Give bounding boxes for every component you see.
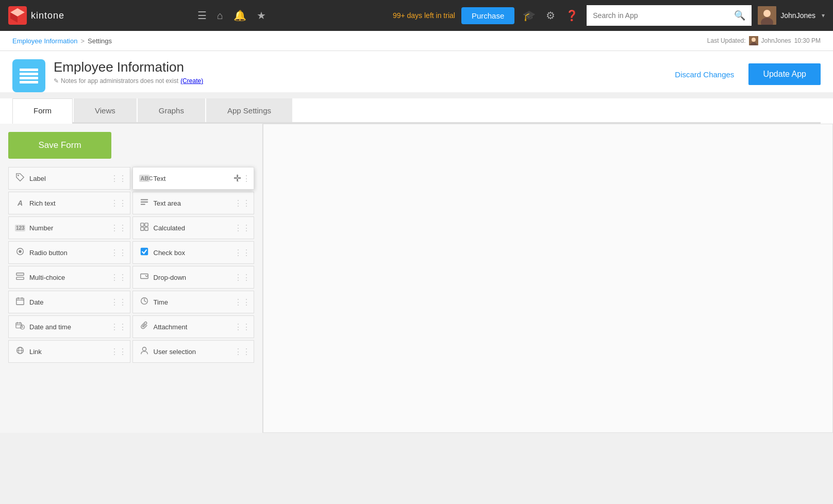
svg-rect-29 (16, 298, 24, 305)
last-updated-user: JohnJones (761, 37, 791, 44)
bell-button[interactable]: 🔔 (229, 5, 251, 26)
learning-button[interactable]: 🎓 (519, 5, 540, 26)
rich-text-icon: A (15, 199, 25, 207)
drag-handle-drop-down: ⋮⋮ (234, 273, 251, 282)
last-updated-avatar (749, 36, 758, 45)
last-updated: Last Updated: JohnJones 10:30 PM (707, 36, 821, 45)
field-label-label: Label (29, 175, 46, 182)
help-button[interactable]: ❓ (561, 5, 582, 26)
update-app-button[interactable]: Update App (748, 63, 821, 85)
svg-rect-12 (20, 73, 38, 75)
field-item-user-selection[interactable]: User selection ⋮⋮ (132, 340, 255, 363)
field-item-date-time[interactable]: Date and time ⋮⋮ (8, 315, 130, 338)
field-rich-text-label: Rich text (29, 199, 56, 207)
trial-text: 99+ days left in trial (393, 11, 455, 20)
field-link-label: Link (29, 348, 42, 356)
logo-area: kintone (8, 6, 64, 25)
search-bar: 🔍 (587, 5, 752, 26)
field-item-rich-text[interactable]: A Rich text ⋮⋮ (8, 192, 130, 214)
svg-point-6 (763, 10, 771, 17)
breadcrumb-current: Settings (88, 37, 112, 45)
paperclip-icon (139, 321, 149, 332)
star-button[interactable]: ★ (253, 5, 270, 26)
search-input[interactable] (593, 11, 734, 20)
field-grid: Label ⋮⋮ ABC Text ✛ ⋮⋮ A Rich text ⋮⋮ (8, 167, 254, 363)
kintone-logo-icon (8, 6, 27, 25)
field-time-label: Time (154, 298, 168, 306)
nav-icon-group: ☰ ⌂ 🔔 ★ (77, 5, 387, 26)
last-updated-label: Last Updated: (707, 37, 746, 44)
drag-handle-rich-text: ⋮⋮ (110, 198, 127, 208)
field-item-check-box[interactable]: Check box ⋮⋮ (132, 241, 255, 264)
field-item-number[interactable]: 123 Number ⋮⋮ (8, 216, 130, 239)
drag-handle-check-box: ⋮⋮ (234, 248, 251, 258)
app-icon (12, 59, 45, 92)
purchase-button[interactable]: Purchase (461, 7, 514, 24)
check-box-icon (139, 247, 149, 258)
discard-changes-button[interactable]: Discard Changes (667, 65, 742, 84)
search-icon[interactable]: 🔍 (734, 10, 745, 21)
tab-graphs[interactable]: Graphs (138, 98, 205, 122)
datetime-icon (15, 321, 25, 332)
multi-choice-icon (15, 272, 25, 283)
field-calculated-label: Calculated (154, 224, 185, 232)
breadcrumb-separator: > (80, 37, 85, 45)
home-button[interactable]: ⌂ (213, 6, 227, 26)
field-item-link[interactable]: Link ⋮⋮ (8, 340, 130, 363)
svg-rect-27 (16, 277, 24, 280)
field-item-attachment[interactable]: Attachment ⋮⋮ (132, 315, 255, 338)
tab-form[interactable]: Form (12, 98, 73, 124)
drag-handle-text-area: ⋮⋮ (234, 198, 251, 208)
svg-rect-22 (144, 227, 147, 230)
field-item-text-area[interactable]: Text area ⋮⋮ (132, 192, 255, 214)
field-drop-down-label: Drop-down (154, 274, 187, 281)
field-check-box-label: Check box (154, 249, 185, 257)
field-item-label[interactable]: Label ⋮⋮ (8, 167, 130, 190)
drag-handle-radio: ⋮⋮ (110, 248, 127, 258)
field-number-label: Number (29, 224, 53, 232)
field-item-multi-choice[interactable]: Multi-choice ⋮⋮ (8, 266, 130, 289)
calculated-icon (139, 222, 149, 233)
field-radio-label: Radio button (29, 249, 68, 257)
field-item-radio-button[interactable]: Radio button ⋮⋮ (8, 241, 130, 264)
drag-handle-attachment: ⋮⋮ (234, 322, 251, 332)
avatar (758, 6, 776, 25)
form-canvas[interactable] (263, 124, 833, 433)
tab-views[interactable]: Views (74, 98, 137, 122)
page-title: Employee Information (54, 59, 203, 75)
create-notes-link[interactable]: (Create) (180, 77, 203, 85)
drag-handle-text: ⋮⋮ (234, 174, 251, 183)
menu-button[interactable]: ☰ (193, 5, 211, 26)
breadcrumb-bar: Employee Information > Settings Last Upd… (0, 31, 833, 51)
nav-right-icons: 🎓 ⚙ ❓ (519, 5, 582, 26)
drag-handle-multi-choice: ⋮⋮ (110, 273, 127, 282)
drag-handle-date-time: ⋮⋮ (110, 322, 127, 332)
field-text-area-label: Text area (154, 199, 181, 207)
drop-down-icon (139, 272, 149, 283)
settings-button[interactable]: ⚙ (542, 5, 559, 26)
breadcrumb: Employee Information > Settings (12, 37, 112, 45)
tab-app-settings[interactable]: App Settings (206, 98, 292, 122)
field-item-date[interactable]: Date ⋮⋮ (8, 291, 130, 313)
drag-handle-number: ⋮⋮ (110, 223, 127, 233)
svg-rect-36 (16, 323, 22, 328)
logo-text: kintone (31, 10, 64, 21)
calendar-icon (15, 296, 25, 308)
breadcrumb-app-link[interactable]: Employee Information (12, 37, 77, 45)
text-area-icon (139, 197, 149, 209)
field-item-text[interactable]: ABC Text ✛ ⋮⋮ (132, 167, 255, 190)
svg-rect-19 (140, 223, 143, 226)
drag-handle-label: ⋮⋮ (110, 174, 127, 183)
field-item-time[interactable]: Time ⋮⋮ (132, 291, 255, 313)
user-area[interactable]: JohnJones ▾ (758, 6, 825, 25)
svg-rect-21 (140, 227, 143, 230)
drag-handle-link: ⋮⋮ (110, 347, 127, 357)
field-item-drop-down[interactable]: Drop-down ⋮⋮ (132, 266, 255, 289)
svg-rect-11 (20, 69, 38, 71)
svg-rect-20 (144, 223, 147, 226)
save-form-button[interactable]: Save Form (8, 132, 111, 159)
field-item-calculated[interactable]: Calculated ⋮⋮ (132, 216, 255, 239)
number-icon: 123 (15, 225, 25, 231)
tabs-container: Form Views Graphs App Settings (0, 98, 833, 124)
tabs: Form Views Graphs App Settings (12, 98, 821, 124)
